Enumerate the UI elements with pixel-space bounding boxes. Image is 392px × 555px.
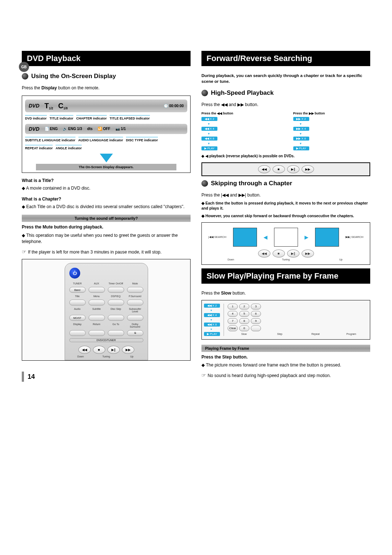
- left-column: DVD Playback Using the On-Screen Display…: [22, 51, 191, 382]
- osd-diagram: DVD T1/2 C1/8 🕒 00:00:00 DVD indicator T…: [22, 96, 191, 173]
- press-ff-rw: Press the ◀◀ and ▶▶ button.: [201, 102, 370, 108]
- play-pause-icon: ▶∥: [287, 250, 299, 258]
- speed-diagram: Press the ◀◀ button ◀◀ X 2 ▾ ◀◀ X 4 ▾ ◀◀…: [201, 112, 370, 151]
- skip-note1: Each time the button is pressed during p…: [201, 200, 370, 211]
- remote-illustration: ⏻ TUNER AUX Timer On/Off Mute Band Title…: [22, 259, 191, 361]
- heading-skipping: Skipping through a Chapter: [201, 180, 370, 187]
- press-mute: Press the Mute button during playback.: [22, 224, 191, 230]
- rewind-icon: ◀◀: [258, 165, 270, 173]
- dvd-logo-2: DVD: [29, 126, 40, 132]
- arrow-right-icon: ▶: [305, 234, 309, 240]
- right-column: Forward/Reverse Searching During playbac…: [201, 51, 370, 382]
- skip-back-icon: ◀◀: [258, 250, 270, 258]
- heading-high-speed: High-Speed Playback: [201, 89, 370, 97]
- title-slow-play: Slow Play/Playing Frame by Frame: [201, 268, 370, 284]
- title-forward-reverse: Forward/Reverse Searching: [201, 51, 370, 66]
- play-pause-icon: ▶∥: [107, 346, 120, 354]
- skip-fwd-icon: ▶▶: [302, 250, 314, 258]
- forward-icon: ▶▶: [122, 346, 134, 354]
- callout-mute: Turning the sound off temporarily?: [22, 215, 191, 222]
- no-sound-note: No sound is heard during high-speed play…: [201, 372, 370, 379]
- most-button: MO/ST: [69, 315, 86, 321]
- bullet-icon: [201, 90, 208, 96]
- reverse-note: ◀ playback (reverse playback) is possibl…: [201, 154, 370, 159]
- osd-bar-1: DVD T1/2 C1/8 🕒 00:00:00: [25, 100, 187, 112]
- screen-right: [315, 228, 339, 247]
- stop-icon: ■: [273, 250, 285, 258]
- rewind-icon: ◀◀: [78, 346, 91, 354]
- transport-strip-1: ◀◀ ■ ▶∥ ▶▶: [201, 162, 370, 176]
- page-number: 14: [22, 372, 191, 382]
- press-step: Press the Step button.: [201, 354, 370, 360]
- osd-bar-2: DVD 📄 ENG 🔊 ENG 1/3 dts 🔁 OFF 📷 1/1: [25, 124, 187, 134]
- numpad: 1 2 3 4 5 6 7 8 9 Clear 0: [228, 304, 368, 331]
- play-pause-icon: ▶∥: [287, 165, 299, 173]
- title-dvd-playback: DVD Playback: [22, 51, 191, 66]
- arrow-down-icon: [100, 154, 113, 162]
- arrow-left-icon: ◀: [264, 234, 268, 240]
- press-skip: Press the |◀◀ and ▶▶| button.: [201, 192, 370, 198]
- power-icon: ⏻: [69, 268, 80, 279]
- mode-strip: DVD/CD/TUNER: [69, 338, 143, 342]
- search-next-label: ▶▶| SEARCH: [346, 235, 364, 239]
- callout-frame: Playing Frame by Frame: [201, 345, 370, 352]
- skip-diagram: |◀◀ SEARCH ◀ ▶ ▶▶| SEARCH ◀◀ ■ ▶∥ ▶▶ Dow…: [201, 222, 370, 265]
- language-badge: GB: [19, 62, 29, 72]
- qa-chapter: What is a Chapter? Each Title on a DVD d…: [22, 197, 191, 210]
- bullet-icon: [22, 73, 28, 80]
- stop-icon: ■: [273, 165, 285, 173]
- dvd-logo: DVD: [29, 103, 40, 109]
- heading-text: Using the On-Screen Display: [31, 73, 116, 80]
- skip-note2: However, you cannot skip forward or back…: [201, 213, 370, 219]
- frame-note: The picture moves forward one frame each…: [201, 362, 370, 368]
- screen-mid: [274, 228, 298, 247]
- search-prev-label: |◀◀ SEARCH: [208, 235, 226, 239]
- press-display-text: Press the Display button on the remote.: [22, 85, 191, 91]
- osd-labels-1: DVD indicator TITLE indicator CHAPTER in…: [25, 115, 187, 120]
- bullet-icon: [201, 180, 208, 187]
- slow-diagram: ◀◀ X 2 ▾ ◀◀ X 4 ▾ ◀◀ X 8 ▾ ▶ PLAY 1 2 3 …: [201, 300, 370, 340]
- qa-title: What is a Title? A movie contained in a …: [22, 178, 191, 191]
- pause-note: If the player is left for more than 3 mi…: [22, 248, 191, 256]
- mute-note: This operation may be useful when you ne…: [22, 232, 191, 245]
- stop-icon: ■: [93, 346, 105, 354]
- screen-left: [233, 228, 257, 247]
- search-intro: During playback, you can search quickly …: [201, 73, 370, 84]
- osd-disappears-note: The On-Screen Display disappears.: [36, 164, 176, 170]
- forward-icon: ▶▶: [302, 165, 314, 173]
- heading-onscreen-display: Using the On-Screen Display: [22, 73, 191, 80]
- press-slow: Press the Slow button.: [201, 290, 370, 296]
- band-button: Band: [69, 287, 86, 293]
- osd-labels-2: SUBTITLE LANGUAGE indicator AUDIO LANGUA…: [25, 137, 187, 150]
